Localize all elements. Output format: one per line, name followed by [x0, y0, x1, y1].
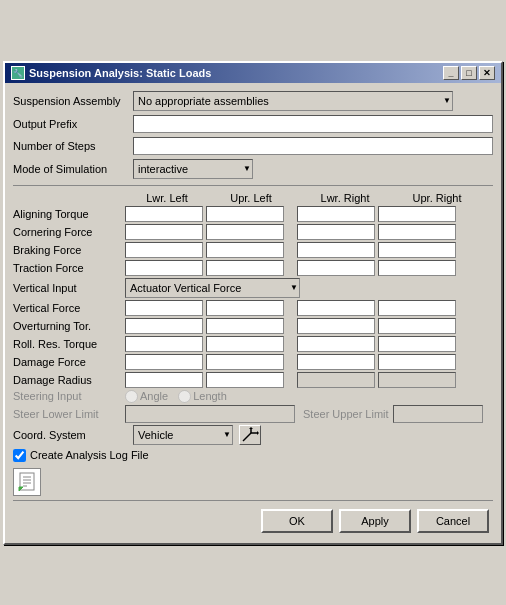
- window-title: Suspension Analysis: Static Loads: [29, 67, 211, 79]
- vertical-input-select-wrapper: Actuator Vertical Force Spring Force Bum…: [125, 278, 300, 298]
- damage-radius-lwr-right: [297, 372, 375, 388]
- damage-force-lwr-right[interactable]: [297, 354, 375, 370]
- steer-lower-limit-label: Steer Lower Limit: [13, 408, 125, 420]
- aligning-torque-lwr-right[interactable]: [297, 206, 375, 222]
- steer-upper-limit-input: [393, 405, 483, 423]
- number-of-steps-row: Number of Steps: [13, 137, 493, 155]
- vertical-force-upr-left[interactable]: [206, 300, 284, 316]
- row-vertical-force: Vertical Force: [13, 300, 493, 316]
- mode-of-simulation-label: Mode of Simulation: [13, 163, 133, 175]
- damage-force-upr-right[interactable]: [378, 354, 456, 370]
- aligning-torque-upr-left[interactable]: [206, 206, 284, 222]
- roll-res-torque-lwr-left[interactable]: [125, 336, 203, 352]
- steering-angle-option[interactable]: Angle: [125, 390, 168, 403]
- traction-force-label: Traction Force: [13, 262, 125, 274]
- mode-of-simulation-select[interactable]: interactive batch: [133, 159, 253, 179]
- log-file-checkbox[interactable]: [13, 449, 26, 462]
- coord-system-select[interactable]: Vehicle SAE ISO: [133, 425, 233, 445]
- row-vertical-input: Vertical Input Actuator Vertical Force S…: [13, 278, 493, 298]
- damage-radius-label: Damage Radius: [13, 374, 125, 386]
- vertical-force-lwr-left[interactable]: [125, 300, 203, 316]
- overturning-upr-left[interactable]: [206, 318, 284, 334]
- row-damage-radius: Damage Radius: [13, 372, 493, 388]
- cornering-force-label: Cornering Force: [13, 226, 125, 238]
- bottom-icon-row: [13, 468, 493, 496]
- coordinate-axes-icon: [241, 427, 259, 443]
- row-damage-force: Damage Force: [13, 354, 493, 370]
- roll-res-torque-upr-right[interactable]: [378, 336, 456, 352]
- steering-length-option[interactable]: Length: [178, 390, 227, 403]
- damage-radius-upr-right: [378, 372, 456, 388]
- number-of-steps-label: Number of Steps: [13, 140, 133, 152]
- aligning-torque-label: Aligning Torque: [13, 208, 125, 220]
- steering-length-label: Length: [193, 390, 227, 402]
- row-cornering-force: Cornering Force: [13, 224, 493, 240]
- output-prefix-input[interactable]: [133, 115, 493, 133]
- braking-force-upr-left[interactable]: [206, 242, 284, 258]
- steering-input-row: Steering Input Angle Length: [13, 390, 493, 403]
- aligning-torque-upr-right[interactable]: [378, 206, 456, 222]
- cornering-force-upr-left[interactable]: [206, 224, 284, 240]
- braking-force-lwr-right[interactable]: [297, 242, 375, 258]
- traction-force-upr-right[interactable]: [378, 260, 456, 276]
- roll-res-torque-upr-left[interactable]: [206, 336, 284, 352]
- output-prefix-row: Output Prefix: [13, 115, 493, 133]
- aligning-torque-lwr-left[interactable]: [125, 206, 203, 222]
- damage-radius-upr-left[interactable]: [206, 372, 284, 388]
- analysis-log-icon[interactable]: [13, 468, 41, 496]
- traction-force-lwr-right[interactable]: [297, 260, 375, 276]
- steer-limits-row: Steer Lower Limit Steer Upper Limit: [13, 405, 493, 423]
- vertical-input-label: Vertical Input: [13, 282, 125, 294]
- right-arrow-icon: [257, 431, 259, 435]
- cornering-force-upr-right[interactable]: [378, 224, 456, 240]
- row-traction-force: Traction Force: [13, 260, 493, 276]
- vertical-input-select[interactable]: Actuator Vertical Force Spring Force Bum…: [125, 278, 300, 298]
- coord-system-row: Coord. System Vehicle SAE ISO ▼: [13, 425, 493, 445]
- steer-upper-limit-label: Steer Upper Limit: [303, 408, 393, 420]
- mode-of-simulation-row: Mode of Simulation interactive batch ▼: [13, 159, 493, 179]
- damage-force-upr-left[interactable]: [206, 354, 284, 370]
- separator-1: [13, 185, 493, 186]
- overturning-lwr-right[interactable]: [297, 318, 375, 334]
- roll-res-torque-label: Roll. Res. Torque: [13, 338, 125, 350]
- coord-system-label: Coord. System: [13, 429, 133, 441]
- cornering-force-lwr-left[interactable]: [125, 224, 203, 240]
- maximize-button[interactable]: □: [461, 66, 477, 80]
- roll-res-torque-lwr-right[interactable]: [297, 336, 375, 352]
- traction-force-upr-left[interactable]: [206, 260, 284, 276]
- suspension-assembly-select[interactable]: No appropriate assemblies: [133, 91, 453, 111]
- content-area: Suspension Assembly No appropriate assem…: [5, 83, 501, 543]
- coord-icon-button[interactable]: [239, 425, 261, 445]
- col-header-upr-right: Upr. Right: [395, 192, 479, 204]
- steer-lower-limit-input: [125, 405, 295, 423]
- vertical-force-label: Vertical Force: [13, 302, 125, 314]
- overturning-lwr-left[interactable]: [125, 318, 203, 334]
- apply-button[interactable]: Apply: [339, 509, 411, 533]
- coord-system-select-wrapper: Vehicle SAE ISO ▼: [133, 425, 233, 445]
- close-button[interactable]: ✕: [479, 66, 495, 80]
- traction-force-lwr-left[interactable]: [125, 260, 203, 276]
- main-window: 🔧 Suspension Analysis: Static Loads _ □ …: [3, 61, 503, 545]
- braking-force-lwr-left[interactable]: [125, 242, 203, 258]
- button-row: OK Apply Cancel: [13, 505, 493, 535]
- number-of-steps-input[interactable]: [133, 137, 493, 155]
- damage-radius-lwr-left[interactable]: [125, 372, 203, 388]
- vertical-force-upr-right[interactable]: [378, 300, 456, 316]
- braking-force-upr-right[interactable]: [378, 242, 456, 258]
- damage-force-lwr-left[interactable]: [125, 354, 203, 370]
- cancel-button[interactable]: Cancel: [417, 509, 489, 533]
- steering-angle-radio[interactable]: [125, 390, 138, 403]
- steering-length-radio[interactable]: [178, 390, 191, 403]
- col-header-lwr-right: Lwr. Right: [303, 192, 387, 204]
- overturning-label: Overturning Tor.: [13, 320, 125, 332]
- vertical-force-lwr-right[interactable]: [297, 300, 375, 316]
- ok-button[interactable]: OK: [261, 509, 333, 533]
- log-file-checkbox-row: Create Analysis Log File: [13, 449, 493, 462]
- svg-line-0: [243, 433, 251, 441]
- cornering-force-lwr-right[interactable]: [297, 224, 375, 240]
- overturning-upr-right[interactable]: [378, 318, 456, 334]
- log-file-label: Create Analysis Log File: [30, 449, 149, 461]
- minimize-button[interactable]: _: [443, 66, 459, 80]
- suspension-assembly-label: Suspension Assembly: [13, 95, 133, 107]
- output-prefix-label: Output Prefix: [13, 118, 133, 130]
